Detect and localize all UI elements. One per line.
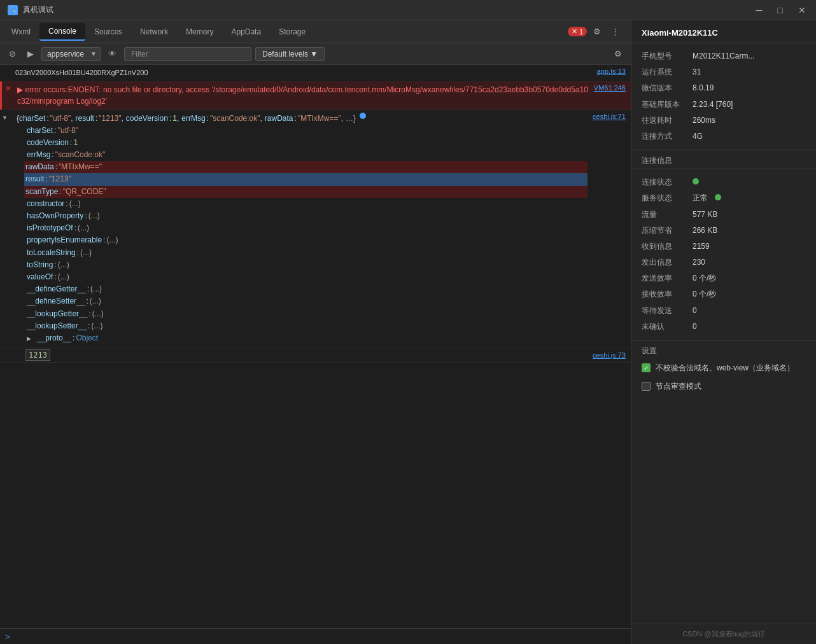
label-conn: 连接方式 bbox=[642, 130, 693, 143]
connection-info-section: 连接状态 服务状态 正常 流量 577 KB 压缩节省 266 KB bbox=[631, 169, 816, 340]
minimize-button[interactable]: ─ bbox=[754, 5, 765, 15]
value-conn: 4G bbox=[693, 130, 806, 143]
obj-fields: charSet: "utf-8" codeVersion: 1 errMsg: … bbox=[15, 125, 587, 344]
obj-field-valueOf: valueOf: (...) bbox=[25, 271, 587, 283]
obj-field-toString: toString: (...) bbox=[25, 259, 587, 271]
info-row-lib: 基础库版本 2.23.4 [760] bbox=[642, 97, 806, 113]
close-button[interactable]: ✕ bbox=[796, 5, 808, 15]
tab-appdata[interactable]: AppData bbox=[222, 24, 270, 40]
value-service-status: 正常 bbox=[693, 192, 806, 204]
run-button[interactable]: ▶ bbox=[24, 46, 38, 61]
proto-toggle[interactable] bbox=[27, 332, 34, 344]
setting-2-wrapper[interactable]: 节点审查模式 bbox=[642, 381, 701, 392]
obj-val-result: "1213" bbox=[99, 113, 121, 125]
conn-row-send: 发出信息 230 bbox=[642, 255, 806, 270]
info-row-wechat: 微信版本 8.0.19 bbox=[642, 80, 806, 96]
conn-row-pending: 等待发送 0 bbox=[642, 303, 806, 319]
result-1213-source[interactable]: ceshi.js:73 bbox=[590, 350, 631, 360]
obj-more: …} bbox=[346, 113, 356, 125]
obj-val-codeVersion: 1 bbox=[172, 113, 177, 125]
log-gutter-hex bbox=[0, 66, 13, 67]
value-recv: 2159 bbox=[693, 241, 806, 253]
value-lib: 2.23.4 [760] bbox=[693, 99, 806, 111]
value-send-rate: 0 个/秒 bbox=[693, 272, 806, 284]
tab-wxml[interactable]: Wxml bbox=[3, 24, 39, 40]
settings-button[interactable]: ⚙ bbox=[589, 24, 605, 39]
obj-val-charSet: "utf-8" bbox=[50, 113, 71, 125]
value-os: 31 bbox=[693, 66, 806, 78]
obj-key-charSet: charSet bbox=[19, 113, 45, 125]
log-hex-line: 023nV2000XsHd01BU4200RXgPZ1nV200 app.ts:… bbox=[0, 65, 631, 81]
conn-row-status: 连接状态 bbox=[642, 174, 806, 190]
label-send-rate: 发送效率 bbox=[642, 272, 693, 284]
label-service-status: 服务状态 bbox=[642, 192, 693, 204]
obj-key-codeVersion: codeVersion bbox=[126, 113, 168, 125]
label-pending: 等待发送 bbox=[642, 305, 693, 317]
value-recv-rate: 0 个/秒 bbox=[693, 288, 806, 300]
obj-key-result: result bbox=[76, 113, 94, 125]
prompt-line: > bbox=[0, 629, 631, 644]
info-row-os: 运行系统 31 bbox=[642, 64, 806, 80]
tab-bar: Wxml Console Sources Network Memory AppD… bbox=[0, 20, 631, 43]
result-1213-value: 1213 bbox=[13, 349, 590, 361]
clear-button[interactable]: ⊘ bbox=[5, 46, 20, 61]
obj-field-defineSetter: __defineSetter__: (...) bbox=[25, 295, 587, 307]
conn-row-traffic: 流量 577 KB bbox=[642, 207, 806, 223]
more-button[interactable]: ⋮ bbox=[607, 24, 623, 39]
setting-1-checkbox[interactable] bbox=[642, 363, 651, 372]
label-compress: 压缩节省 bbox=[642, 225, 693, 237]
obj-expand-toggle[interactable] bbox=[2, 113, 10, 122]
value-send: 230 bbox=[693, 256, 806, 269]
log-error-source[interactable]: VM61:246 bbox=[591, 83, 631, 93]
devtools-panel: Wxml Console Sources Network Memory AppD… bbox=[0, 20, 631, 644]
eye-button[interactable]: 👁 bbox=[104, 46, 120, 61]
setting-1-wrapper[interactable]: 不校验合法域名、web-view（业务域名） bbox=[642, 363, 794, 374]
filter-input[interactable] bbox=[124, 47, 251, 61]
obj-field-defineGetter: __defineGetter__: (...) bbox=[25, 283, 587, 295]
error-count: 1 bbox=[579, 28, 583, 36]
prompt-icon: > bbox=[5, 632, 10, 641]
obj-field-scanType: scanType: "QR_CODE" bbox=[24, 186, 587, 198]
console-toolbar: ⊘ ▶ appservice ▼ 👁 Default levels ▼ ⚙ bbox=[0, 43, 631, 65]
log-obj-source[interactable]: ceshi.js:71 bbox=[590, 111, 631, 122]
service-status-dot bbox=[715, 194, 721, 200]
levels-button[interactable]: Default levels ▼ bbox=[255, 47, 325, 61]
log-obj-line: { charSet : "utf-8" , result : "1213" , … bbox=[0, 110, 631, 348]
result-badge: 1213 bbox=[25, 349, 50, 361]
maximize-button[interactable]: □ bbox=[775, 5, 785, 15]
label-os: 运行系统 bbox=[642, 66, 693, 78]
log-gutter-1213 bbox=[0, 354, 13, 356]
settings-section-title: 设置 bbox=[631, 340, 816, 359]
levels-label: Default levels ▼ bbox=[262, 50, 318, 59]
log-hex-source[interactable]: app.ts:13 bbox=[594, 66, 631, 76]
device-title: Xiaomi-M2012K11C bbox=[631, 20, 816, 43]
tab-console[interactable]: Console bbox=[39, 23, 85, 41]
obj-summary-line: { charSet : "utf-8" , result : "1213" , … bbox=[15, 113, 587, 125]
window-controls: ─ □ ✕ bbox=[754, 5, 808, 15]
label-recv-rate: 接收效率 bbox=[642, 288, 693, 300]
setting-2-label: 节点审查模式 bbox=[656, 381, 701, 392]
tab-storage[interactable]: Storage bbox=[270, 24, 314, 40]
tab-actions: ✕ 1 ⚙ ⋮ bbox=[563, 24, 628, 39]
value-rtt: 260ms bbox=[693, 115, 806, 127]
info-row-model: 手机型号 M2012K11Carm... bbox=[642, 48, 806, 64]
prompt-input[interactable] bbox=[14, 632, 626, 641]
error-badge[interactable]: ✕ 1 bbox=[568, 27, 587, 36]
service-selector[interactable]: appservice bbox=[41, 47, 101, 61]
console-output[interactable]: 023nV2000XsHd01BU4200RXgPZ1nV200 app.ts:… bbox=[0, 65, 631, 628]
tab-memory[interactable]: Memory bbox=[177, 24, 222, 40]
console-input-area: > bbox=[0, 628, 631, 644]
conn-row-send-rate: 发送效率 0 个/秒 bbox=[642, 270, 806, 286]
service-selector-wrapper: appservice ▼ bbox=[41, 47, 101, 61]
setting-2-checkbox[interactable] bbox=[642, 382, 651, 391]
tab-sources[interactable]: Sources bbox=[85, 24, 131, 40]
label-send: 发出信息 bbox=[642, 256, 693, 269]
error-icon-gutter: ✕ bbox=[5, 84, 11, 93]
info-row-conn: 连接方式 4G bbox=[642, 129, 806, 144]
label-lib: 基础库版本 bbox=[642, 99, 693, 111]
tab-network[interactable]: Network bbox=[131, 24, 177, 40]
output-1213-line: 1213 ceshi.js:73 bbox=[0, 347, 631, 363]
label-model: 手机型号 bbox=[642, 50, 693, 62]
gear-button[interactable]: ⚙ bbox=[610, 46, 626, 61]
obj-key-rawData: rawData bbox=[265, 113, 293, 125]
